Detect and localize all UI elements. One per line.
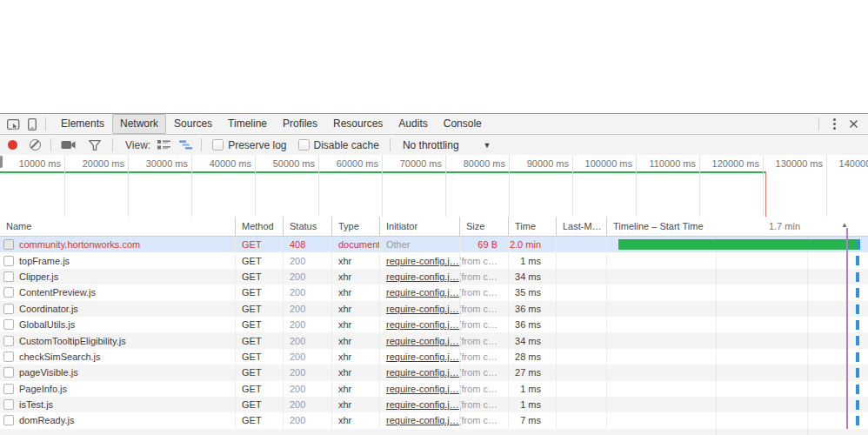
waterfall-tick[interactable] bbox=[856, 336, 859, 345]
tab-elements[interactable]: Elements bbox=[53, 114, 112, 134]
initiator-link[interactable]: require-config.j… bbox=[386, 415, 459, 425]
request-name[interactable]: checkSimSearch.js bbox=[19, 351, 101, 362]
disable-cache-checkbox[interactable]: Disable cache bbox=[298, 139, 379, 151]
request-name[interactable]: domReady.js bbox=[19, 415, 74, 425]
request-name[interactable]: pageVisible.js bbox=[19, 367, 78, 378]
request-name[interactable]: Clipper.js bbox=[19, 271, 58, 282]
tab-profiles[interactable]: Profiles bbox=[275, 114, 325, 134]
tab-network[interactable]: Network bbox=[112, 114, 166, 134]
column-header-type[interactable]: Type bbox=[332, 217, 380, 236]
request-name[interactable]: CustomTooltipEligibility.js bbox=[19, 336, 126, 346]
request-row[interactable]: community.hortonworks.comGET408documentO… bbox=[0, 237, 868, 252]
preserve-log-checkbox[interactable]: Preserve log bbox=[212, 139, 286, 151]
request-checkbox[interactable] bbox=[3, 384, 14, 394]
waterfall-tick[interactable] bbox=[856, 256, 859, 265]
request-row[interactable]: Coordinator.jsGET200xhrrequire-config.j…… bbox=[0, 301, 868, 317]
column-header-time[interactable]: Time bbox=[509, 217, 557, 236]
waterfall-bar[interactable] bbox=[618, 239, 857, 250]
cell-timeline bbox=[607, 301, 868, 317]
waterfall-tick[interactable] bbox=[856, 288, 859, 298]
request-checkbox[interactable] bbox=[3, 319, 14, 330]
filter-funnel-icon[interactable] bbox=[89, 140, 101, 151]
initiator-link[interactable]: require-config.j… bbox=[386, 287, 459, 298]
request-name[interactable]: ContentPreview.js bbox=[19, 287, 96, 298]
cell-timeline bbox=[607, 269, 868, 284]
waterfall-tick[interactable] bbox=[856, 304, 859, 314]
column-header-method[interactable]: Method bbox=[236, 217, 284, 236]
request-name[interactable]: topFrame.js bbox=[19, 256, 70, 266]
disable-cache-checkbox-box[interactable] bbox=[298, 139, 310, 151]
request-row[interactable]: domReady.jsGET200xhrrequire-config.j…(fr… bbox=[0, 412, 868, 428]
request-checkbox[interactable] bbox=[3, 367, 14, 378]
initiator-link[interactable]: require-config.j… bbox=[386, 399, 459, 410]
column-header-timeline-start-time[interactable]: Timeline – Start Time1.7 min▲ bbox=[607, 217, 868, 236]
request-row[interactable]: CustomTooltipEligibility.jsGET200xhrrequ… bbox=[0, 332, 868, 348]
initiator-link[interactable]: require-config.j… bbox=[386, 367, 459, 378]
request-checkbox[interactable] bbox=[3, 256, 14, 266]
request-name[interactable]: GlobalUtils.js bbox=[19, 319, 75, 330]
tab-console[interactable]: Console bbox=[436, 114, 490, 134]
device-mode-icon[interactable] bbox=[23, 116, 42, 133]
preserve-log-checkbox-box[interactable] bbox=[212, 139, 224, 151]
initiator-link[interactable]: require-config.j… bbox=[386, 336, 459, 346]
request-row[interactable]: checkSimSearch.jsGET200xhrrequire-config… bbox=[0, 349, 868, 365]
waterfall-tick[interactable] bbox=[856, 320, 859, 330]
screenshot-camera-icon[interactable] bbox=[61, 140, 76, 150]
cell-name: GlobalUtils.js bbox=[0, 317, 236, 332]
large-rows-list-icon[interactable] bbox=[157, 140, 170, 150]
request-row[interactable]: ContentPreview.jsGET200xhrrequire-config… bbox=[0, 284, 868, 300]
clear-requests-icon[interactable] bbox=[30, 139, 41, 151]
column-header-last-m[interactable]: Last-M… bbox=[557, 217, 607, 236]
request-checkbox[interactable] bbox=[3, 287, 14, 298]
waterfall-tick[interactable] bbox=[856, 352, 859, 362]
tab-resources[interactable]: Resources bbox=[325, 114, 391, 134]
cell-initiator: require-config.j… bbox=[380, 252, 460, 268]
request-row[interactable]: GlobalUtils.jsGET200xhrrequire-config.j…… bbox=[0, 317, 868, 332]
request-row[interactable]: topFrame.jsGET200xhrrequire-config.j…(fr… bbox=[0, 252, 868, 268]
initiator-link[interactable]: require-config.j… bbox=[386, 384, 459, 394]
request-row[interactable]: isTest.jsGET200xhrrequire-config.j…(from… bbox=[0, 397, 868, 412]
waterfall-tick[interactable] bbox=[856, 368, 859, 378]
network-overview[interactable]: 10000 ms20000 ms30000 ms40000 ms50000 ms… bbox=[0, 155, 868, 218]
column-header-initiator[interactable]: Initiator bbox=[380, 217, 460, 236]
waterfall-tick[interactable] bbox=[856, 385, 859, 394]
tab-timeline[interactable]: Timeline bbox=[220, 114, 275, 134]
devtools-menu-icon[interactable] bbox=[826, 117, 842, 132]
request-row[interactable]: pageVisible.jsGET200xhrrequire-config.j…… bbox=[0, 365, 868, 380]
column-header-name[interactable]: Name bbox=[0, 217, 236, 236]
throttling-dropdown[interactable]: No throttling ▼ bbox=[403, 139, 491, 151]
cell-type: xhr bbox=[332, 365, 380, 380]
request-name[interactable]: PageInfo.js bbox=[19, 384, 67, 394]
initiator-link[interactable]: require-config.j… bbox=[386, 351, 459, 362]
request-checkbox[interactable] bbox=[3, 415, 14, 425]
devtools-close-icon[interactable] bbox=[845, 117, 861, 132]
cell-method: GET bbox=[236, 332, 284, 348]
initiator-link[interactable]: require-config.j… bbox=[386, 271, 459, 282]
record-button[interactable] bbox=[8, 140, 17, 150]
request-checkbox[interactable] bbox=[3, 399, 14, 410]
column-header-status[interactable]: Status bbox=[284, 217, 332, 236]
initiator-link[interactable]: require-config.j… bbox=[386, 256, 459, 266]
request-name[interactable]: isTest.js bbox=[19, 399, 53, 410]
waterfall-tick[interactable] bbox=[856, 416, 859, 425]
column-header-size[interactable]: Size bbox=[460, 217, 509, 236]
waterfall-tick[interactable] bbox=[856, 272, 859, 282]
request-row[interactable]: PageInfo.jsGET200xhrrequire-config.j…(fr… bbox=[0, 381, 868, 397]
cell-last-modified bbox=[557, 284, 607, 300]
waterfall-tick[interactable] bbox=[856, 400, 859, 410]
inspect-element-icon[interactable] bbox=[3, 116, 23, 133]
request-checkbox[interactable] bbox=[3, 239, 14, 250]
request-name[interactable]: Coordinator.js bbox=[19, 304, 78, 314]
request-checkbox[interactable] bbox=[3, 351, 14, 362]
request-row[interactable]: Clipper.jsGET200xhrrequire-config.j…(fro… bbox=[0, 269, 868, 284]
request-checkbox[interactable] bbox=[3, 304, 14, 314]
request-checkbox[interactable] bbox=[3, 271, 14, 282]
tab-audits[interactable]: Audits bbox=[391, 114, 435, 134]
initiator-link[interactable]: require-config.j… bbox=[386, 319, 459, 330]
tab-sources[interactable]: Sources bbox=[166, 114, 220, 134]
initiator-link[interactable]: require-config.j… bbox=[386, 304, 459, 314]
request-name[interactable]: community.hortonworks.com bbox=[19, 239, 140, 250]
show-overview-waterfall-icon[interactable] bbox=[179, 140, 192, 150]
request-checkbox[interactable] bbox=[3, 336, 14, 346]
cell-initiator: require-config.j… bbox=[380, 284, 460, 300]
